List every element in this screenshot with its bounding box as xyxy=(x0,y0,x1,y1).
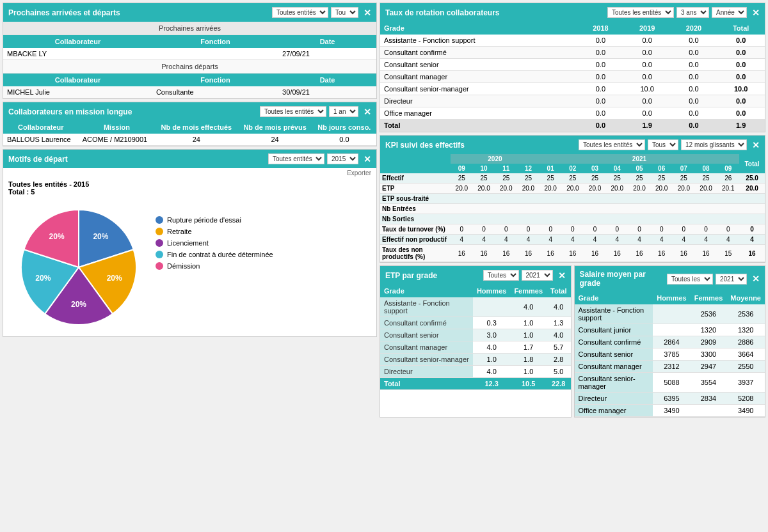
departure-motifs-widget: Motifs de départ Toutes entités 2015 ✕ E… xyxy=(3,149,377,337)
kpi-row-label: Taux de turnover (%) xyxy=(380,224,451,235)
motifs-close-button[interactable]: ✕ xyxy=(364,154,371,164)
kpi-cell: 0 xyxy=(495,224,517,235)
departure-motifs-controls: Toutes entités 2015 ✕ xyxy=(268,153,371,164)
etp-col-total: Total xyxy=(547,285,570,297)
salary-cell: 2536 xyxy=(726,304,765,324)
salary-cell: 3554 xyxy=(691,373,727,393)
rotation-entities-select[interactable]: Toutes les entités xyxy=(607,7,674,18)
salary-cell: 3664 xyxy=(726,348,765,361)
departure-motifs-title: Motifs de départ xyxy=(8,155,68,164)
kpi-cell: 0 xyxy=(584,224,606,235)
etp-cell: Consultant manager xyxy=(380,341,473,354)
salary-cell: Consultant confirmé xyxy=(575,336,653,348)
mission-mois-eff: 24 xyxy=(155,134,237,146)
rotation-body: Assistante - Fonction support0.00.00.00.… xyxy=(380,35,765,132)
kpi-cell xyxy=(673,214,695,224)
salary-col-hommes: Hommes xyxy=(653,292,690,304)
rotation-period-select[interactable]: Année xyxy=(712,7,747,18)
salary-cell: 2550 xyxy=(726,361,765,373)
salary-filter1-select[interactable]: Toutes les xyxy=(667,274,713,285)
salary-cell: Directeur xyxy=(575,393,653,405)
rotation-title: Taux de rotation collaborateurs xyxy=(385,8,499,17)
salary-cell: Consultant senior-manager xyxy=(575,373,653,393)
kpi-cell: 16 xyxy=(451,245,473,262)
long-mission-widget: Collaborateurs en mission longue Toutes … xyxy=(3,102,377,146)
kpi-month-header: 04 xyxy=(606,164,628,173)
kpi-cell: 0 xyxy=(650,224,673,235)
etp-cell: 12.3 xyxy=(473,378,510,390)
arrivals-type-select[interactable]: Tou xyxy=(331,7,358,18)
kpi-month-header: 05 xyxy=(628,164,651,173)
mission-collaborateur: BALLOUS Laurence xyxy=(3,134,79,146)
rotation-cell: 0.0 xyxy=(624,59,671,71)
kpi-cell xyxy=(717,194,739,204)
rotation-cell: 0.0 xyxy=(671,47,717,59)
motifs-entities-select[interactable]: Toutes entités xyxy=(268,153,324,164)
etp-close-button[interactable]: ✕ xyxy=(558,270,566,281)
arrivals-close-button[interactable]: ✕ xyxy=(364,8,371,18)
legend-item-3: Licenciement xyxy=(156,239,273,247)
rotation-cell: 10.0 xyxy=(624,83,671,95)
kpi-close-button[interactable]: ✕ xyxy=(752,140,760,150)
kpi-cell: 16 xyxy=(562,245,584,262)
etp-cell: 2.8 xyxy=(547,354,570,366)
kpi-row-label: ETP sous-traité xyxy=(380,194,451,204)
kpi-cell: 4 xyxy=(562,235,584,245)
kpi-row-label: ETP xyxy=(380,184,451,194)
kpi-body: Effectif2525252525252525252525252625.0ET… xyxy=(380,173,765,262)
mission-col-mission: Mission xyxy=(79,121,156,134)
kpi-cell: 25 xyxy=(628,173,651,184)
kpi-cell xyxy=(562,194,584,204)
kpi-total-cell: 20.0 xyxy=(739,184,765,194)
kpi-cell xyxy=(495,214,517,224)
salary-close-button[interactable]: ✕ xyxy=(752,274,760,284)
etp-cell: 5.0 xyxy=(547,366,570,378)
kpi-cell xyxy=(451,214,473,224)
arrival-row: MBACKE LY 27/09/21 xyxy=(3,48,376,60)
export-button[interactable]: Exporter xyxy=(3,168,376,178)
etp-filter1-select[interactable]: Toutes xyxy=(483,270,519,281)
motifs-year-select[interactable]: 2015 xyxy=(327,153,358,164)
rotation-cell: 0.0 xyxy=(671,71,717,83)
etp-year-select[interactable]: 2021 xyxy=(522,270,553,281)
mission-row: BALLOUS Laurence ACOME / M2109001 24 24 … xyxy=(3,134,376,146)
kpi-cell: 16 xyxy=(606,245,628,262)
kpi-type-select[interactable]: Tous xyxy=(648,139,678,150)
kpi-cell xyxy=(451,204,473,214)
kpi-cell xyxy=(717,214,739,224)
kpi-period-select[interactable]: 12 mois glissants xyxy=(681,139,747,150)
kpi-month-header: 08 xyxy=(695,164,717,173)
legend-label-4: Fin de contrat à durée déterminée xyxy=(167,251,273,258)
rotation-cell: 0.0 xyxy=(671,120,717,132)
salary-cell: Assistante - Fonction support xyxy=(575,304,653,324)
salary-cell xyxy=(653,304,690,324)
mission-entities-select[interactable]: Toutes les entités xyxy=(260,106,326,117)
bottom-widgets: ETP par grade Toutes 2021 ✕ Gr xyxy=(380,265,765,418)
arrivals-entities-select[interactable]: Toutes entités xyxy=(272,7,328,18)
mission-duration-select[interactable]: 1 an xyxy=(329,106,358,117)
kpi-cell: 0 xyxy=(695,224,717,235)
departures-col-date: Date xyxy=(278,74,376,87)
salary-cell: Consultant manager xyxy=(575,361,653,373)
kpi-total-cell xyxy=(739,204,765,214)
kpi-cell: 25 xyxy=(495,173,517,184)
kpi-cell xyxy=(584,214,606,224)
kpi-cell xyxy=(473,204,495,214)
rotation-cell: 0.0 xyxy=(671,35,717,47)
kpi-month-header: 11 xyxy=(495,164,517,173)
etp-controls: Toutes 2021 ✕ xyxy=(483,270,566,281)
legend-item-4: Fin de contrat à durée déterminée xyxy=(156,251,273,258)
rotation-years-select[interactable]: 3 ans xyxy=(676,7,709,18)
kpi-cell: 25 xyxy=(451,173,473,184)
salary-col-grade: Grade xyxy=(575,292,653,304)
kpi-entities-select[interactable]: Toutes les entités xyxy=(579,139,645,150)
kpi-cell xyxy=(540,194,562,204)
rotation-close-button[interactable]: ✕ xyxy=(752,8,760,18)
mission-close-button[interactable]: ✕ xyxy=(364,107,371,117)
salary-cell: 2312 xyxy=(653,361,690,373)
legend-item-2: Retraite xyxy=(156,228,273,235)
salary-year-select[interactable]: 2021 xyxy=(716,274,747,285)
etp-title: ETP par grade xyxy=(385,271,437,280)
kpi-cell xyxy=(495,204,517,214)
rotation-cell: 0.0 xyxy=(717,71,765,83)
